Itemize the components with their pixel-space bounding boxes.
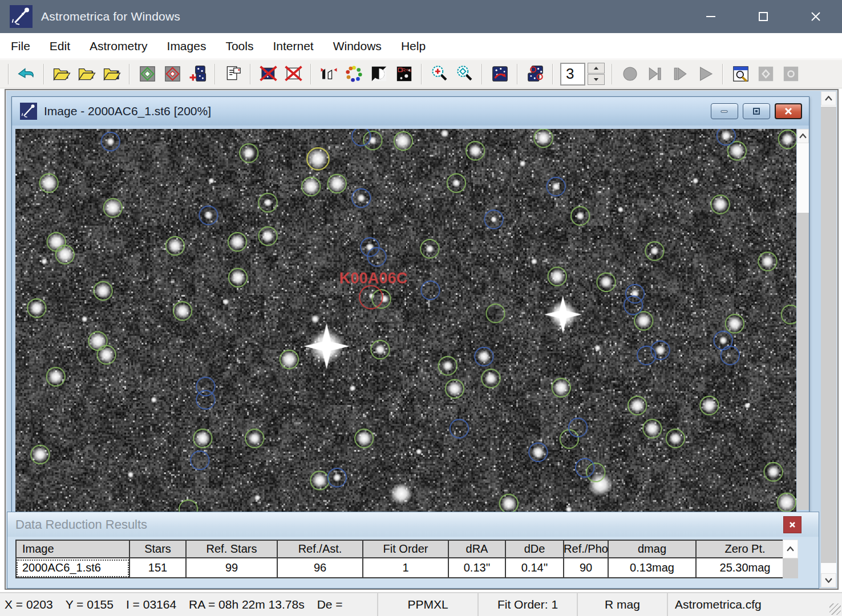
result-cell: 96 <box>278 558 363 578</box>
status-magnitude-band-panel: R mag <box>578 593 668 616</box>
table-scrollbar[interactable] <box>783 540 798 578</box>
image-scrollbar-thumb[interactable] <box>797 213 809 510</box>
toolbar-separator <box>250 64 251 84</box>
toolbar-separator <box>517 64 518 84</box>
image-window-title: Image - 2000AC6_1.st6 [200%] <box>44 104 211 118</box>
frame-spinner-up-icon[interactable] <box>588 63 605 74</box>
column-header-ref-stars[interactable]: Ref. Stars <box>187 540 278 558</box>
mdi-scroll-up-icon[interactable] <box>821 91 836 106</box>
starfield-image[interactable] <box>15 129 796 514</box>
settings-button[interactable] <box>14 62 39 86</box>
status-readout: De = <box>317 598 343 611</box>
results-titlebar[interactable]: Data Reduction Results <box>7 512 819 537</box>
toolbar-separator <box>310 64 311 84</box>
window-title: Astrometrica for Windows <box>41 10 180 23</box>
image-vertical-scrollbar[interactable] <box>797 129 809 510</box>
results-close-icon[interactable] <box>783 516 801 533</box>
result-cell: 90 <box>564 558 609 578</box>
column-header-image[interactable]: Image <box>15 540 130 558</box>
open-images-button[interactable] <box>49 62 74 86</box>
status-readout: I = 03164 <box>126 598 176 611</box>
stop-button <box>617 62 642 86</box>
star-match-button[interactable] <box>523 62 548 86</box>
table-scrollbar-thumb[interactable] <box>783 558 798 578</box>
toolbar: R+s3 <box>0 60 842 88</box>
image-minimize-icon[interactable] <box>711 103 738 119</box>
result-cell: 25.30mag <box>697 558 795 578</box>
mdi-scrollbar-thumb[interactable] <box>821 107 836 563</box>
step-forward-button <box>667 62 693 86</box>
toolbar-separator <box>214 64 216 84</box>
image-restore-icon[interactable] <box>743 103 770 119</box>
clear-dark-button[interactable] <box>256 62 281 86</box>
image-window: Image - 2000AC6_1.st6 [200%] <box>11 96 809 514</box>
minimize-icon[interactable] <box>685 0 737 33</box>
toolbar-separator <box>421 64 422 84</box>
magnify-window-button[interactable] <box>728 62 753 86</box>
mdi-scroll-down-icon[interactable] <box>821 573 836 587</box>
open-track-button[interactable] <box>74 62 99 86</box>
column-header-zero-pt-[interactable]: Zero Pt. <box>697 540 795 558</box>
dark-frame-button[interactable]: R+s <box>391 62 416 86</box>
status-fit-order-panel: Fit Order: 1 <box>479 593 578 616</box>
menu-item-edit[interactable]: Edit <box>40 33 80 59</box>
column-header-ref-pho[interactable]: Ref./Pho <box>564 540 609 558</box>
result-cell: 0.14'' <box>506 558 564 578</box>
result-cell: 0.13'' <box>449 558 506 578</box>
image-close-icon[interactable] <box>775 103 802 119</box>
resize-grip[interactable] <box>829 603 841 615</box>
report-button[interactable] <box>220 62 245 86</box>
ref-stars-button[interactable] <box>135 62 160 86</box>
column-header-ref-ast-[interactable]: Ref./Ast. <box>278 540 363 558</box>
column-header-dmag[interactable]: dmag <box>609 540 697 558</box>
frame-spinner-down-icon[interactable] <box>588 74 605 85</box>
menu-item-images[interactable]: Images <box>157 33 216 59</box>
menu-item-tools[interactable]: Tools <box>216 33 263 59</box>
menu-bar: FileEditAstrometryImagesToolsInternetWin… <box>0 33 842 59</box>
maximize-icon[interactable] <box>737 0 790 33</box>
menu-item-help[interactable]: Help <box>391 33 435 59</box>
open-starred-button[interactable] <box>99 62 124 86</box>
menu-item-astrometry[interactable]: Astrometry <box>80 33 157 59</box>
column-header-fit-order[interactable]: Fit Order <box>363 540 449 558</box>
status-readout: X = 0203 <box>5 598 53 611</box>
histogram-button[interactable] <box>316 62 341 86</box>
image-scrollbar-track[interactable] <box>797 143 809 510</box>
known-objects-button[interactable] <box>160 62 185 86</box>
column-header-dde[interactable]: dDe <box>506 540 564 558</box>
results-header-row: ImageStarsRef. StarsRef./Ast.Fit OrderdR… <box>15 540 795 558</box>
menu-item-internet[interactable]: Internet <box>263 33 323 59</box>
toolbar-separator <box>481 64 483 84</box>
mdi-scrollbar-track[interactable] <box>821 106 836 573</box>
menu-item-file[interactable]: File <box>1 33 40 59</box>
result-cell: 2000AC6_1.st6 <box>15 558 130 578</box>
status-readout: RA = 08h 22m 13.78s <box>189 598 305 611</box>
result-cell: 0.13mag <box>609 558 697 578</box>
column-header-dra[interactable]: dRA <box>449 540 506 558</box>
blink-button[interactable] <box>487 62 512 86</box>
results-table: ImageStarsRef. StarsRef./Ast.Fit OrderdR… <box>15 540 795 578</box>
status-catalog-panel: PPMXL <box>378 593 479 616</box>
result-cell: 99 <box>187 558 278 578</box>
zoom-out-button[interactable] <box>452 62 477 86</box>
image-window-titlebar[interactable]: Image - 2000AC6_1.st6 [200%] <box>12 97 809 125</box>
column-header-stars[interactable]: Stars <box>130 540 187 558</box>
toolbar-separator <box>129 64 130 84</box>
mdi-vertical-scrollbar[interactable] <box>821 91 836 587</box>
play-button <box>693 62 718 86</box>
close-icon[interactable] <box>790 0 842 33</box>
add-object-button[interactable] <box>185 62 210 86</box>
toolbar-separator <box>43 64 44 84</box>
clear-flat-button[interactable] <box>281 62 306 86</box>
toolbar-separator <box>552 64 553 84</box>
frame-spinner-value[interactable]: 3 <box>560 63 585 86</box>
color-wheel-button[interactable] <box>341 62 366 86</box>
invert-button[interactable] <box>366 62 391 86</box>
frame-spinner[interactable]: 3 <box>560 62 605 86</box>
results-title: Data Reduction Results <box>15 517 147 532</box>
status-readout: Y = 0155 <box>66 598 114 611</box>
menu-item-windows[interactable]: Windows <box>323 33 391 59</box>
zoom-in-button[interactable] <box>427 62 452 86</box>
scroll-up-icon[interactable] <box>797 129 809 143</box>
table-scroll-up-icon[interactable] <box>783 540 798 558</box>
